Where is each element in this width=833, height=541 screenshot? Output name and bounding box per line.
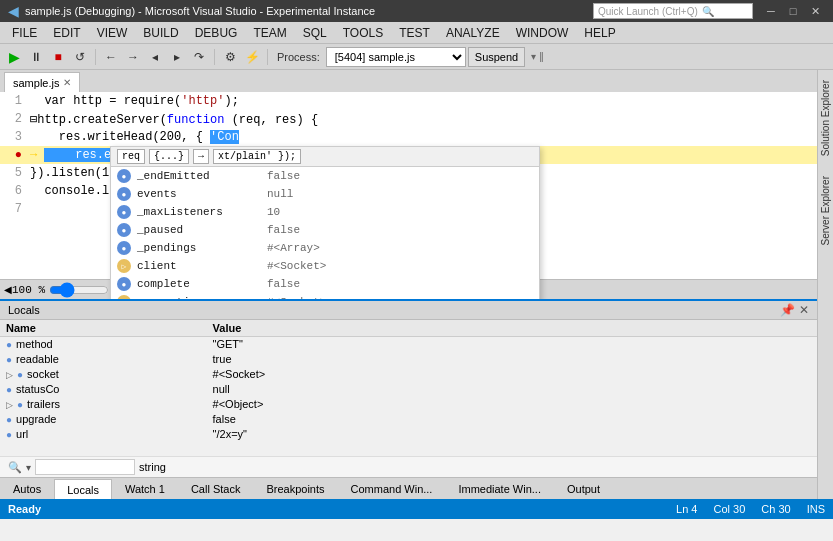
btab-locals[interactable]: Locals xyxy=(54,479,112,499)
menu-tools[interactable]: TOOLS xyxy=(335,24,391,42)
tool2-button[interactable]: ⚡ xyxy=(242,47,262,67)
btab-autos[interactable]: Autos xyxy=(0,479,54,499)
locals-title: Locals xyxy=(8,304,40,316)
ac-expand-icon: ▷ xyxy=(117,259,131,273)
menu-debug[interactable]: DEBUG xyxy=(187,24,246,42)
code-line-2: 2 ⊟http.createServer(function (req, res)… xyxy=(0,110,817,128)
ac-item-paused[interactable]: ● _paused false xyxy=(111,221,539,239)
menu-view[interactable]: VIEW xyxy=(89,24,136,42)
btab-immediatewin[interactable]: Immediate Win... xyxy=(445,479,554,499)
table-row: ●readable true xyxy=(0,352,817,367)
status-ready: Ready xyxy=(8,503,41,515)
ac-item-endEmitted[interactable]: ● _endEmitted false xyxy=(111,167,539,185)
row-icon: ● xyxy=(6,339,12,350)
editor-tab-sample-js[interactable]: sample.js ✕ xyxy=(4,72,80,92)
separator-1 xyxy=(95,49,96,65)
separator-3 xyxy=(267,49,268,65)
window-title: sample.js (Debugging) - Microsoft Visual… xyxy=(25,5,593,17)
btab-commandwin[interactable]: Command Win... xyxy=(338,479,446,499)
forward-button[interactable]: → xyxy=(123,47,143,67)
close-button[interactable]: ✕ xyxy=(805,3,825,19)
ac-item-complete[interactable]: ● complete false xyxy=(111,275,539,293)
tab-bar: sample.js ✕ xyxy=(0,70,817,92)
ac-list[interactable]: ● _endEmitted false ● events null ● _max… xyxy=(111,167,539,299)
restart-button[interactable]: ↺ xyxy=(70,47,90,67)
tab-label: sample.js xyxy=(13,77,59,89)
tool1-button[interactable]: ⚙ xyxy=(220,47,240,67)
quick-launch[interactable]: Quick Launch (Ctrl+Q) 🔍 xyxy=(593,3,753,19)
zoom-out-button[interactable]: ◀ xyxy=(4,284,12,295)
status-ch: Ch 30 xyxy=(761,503,790,515)
menu-bar: FILE EDIT VIEW BUILD DEBUG TEAM SQL TOOL… xyxy=(0,22,833,44)
sidebar-tab-solution-explorer[interactable]: Solution Explorer xyxy=(818,70,833,166)
locals-table[interactable]: Name Value ●method "GET" xyxy=(0,320,817,456)
back-button[interactable]: ← xyxy=(101,47,121,67)
ac-item-pendings[interactable]: ● _pendings #<Array> xyxy=(111,239,539,257)
expand-icon[interactable]: ▷ xyxy=(6,400,13,410)
col-value: Value xyxy=(207,320,817,337)
code-editor[interactable]: 1 var http = require('http'); 2 ⊟http.cr… xyxy=(0,92,817,299)
table-row: ●upgrade false xyxy=(0,412,817,427)
status-col: Col 30 xyxy=(714,503,746,515)
btab-watch1[interactable]: Watch 1 xyxy=(112,479,178,499)
ac-header: req {...} → xt/plain' }); xyxy=(111,147,539,167)
quick-launch-placeholder: Quick Launch (Ctrl+Q) xyxy=(598,6,698,17)
row-icon: ● xyxy=(6,354,12,365)
menu-team[interactable]: TEAM xyxy=(245,24,294,42)
row-icon: ● xyxy=(6,429,12,440)
restore-button[interactable]: □ xyxy=(783,3,803,19)
ac-expand-icon: ▷ xyxy=(117,295,131,299)
title-bar: ◀ sample.js (Debugging) - Microsoft Visu… xyxy=(0,0,833,22)
row-icon: ● xyxy=(17,369,23,380)
row-icon: ● xyxy=(6,384,12,395)
expand-icon[interactable]: ▷ xyxy=(6,370,13,380)
btab-callstack[interactable]: Call Stack xyxy=(178,479,254,499)
stop-button[interactable]: ■ xyxy=(48,47,68,67)
menu-file[interactable]: FILE xyxy=(4,24,45,42)
row-icon: ● xyxy=(6,414,12,425)
nav2-button[interactable]: ▸ xyxy=(167,47,187,67)
ac-icon: ● xyxy=(117,277,131,291)
ac-icon: ● xyxy=(117,187,131,201)
menu-build[interactable]: BUILD xyxy=(135,24,186,42)
menu-help[interactable]: HELP xyxy=(576,24,623,42)
bottom-panel: Locals 📌 ✕ Name Value xyxy=(0,299,817,499)
autocomplete-dropdown: req {...} → xt/plain' }); ● _endEmitted … xyxy=(110,146,540,299)
ac-item-maxListeners[interactable]: ● _maxListeners 10 xyxy=(111,203,539,221)
code-line-3: 3 res.writeHead(200, { 'Con xyxy=(0,128,817,146)
ac-icon: ● xyxy=(117,223,131,237)
menu-test[interactable]: TEST xyxy=(391,24,438,42)
locals-pin-button[interactable]: 📌 xyxy=(780,303,795,317)
search-bar: 🔍 ▾ string xyxy=(0,456,817,477)
ac-icon: ● xyxy=(117,241,131,255)
ac-item-events[interactable]: ● events null xyxy=(111,185,539,203)
minimize-button[interactable]: ─ xyxy=(761,3,781,19)
locals-header: Locals 📌 ✕ xyxy=(0,301,817,320)
step-over-button[interactable]: ↷ xyxy=(189,47,209,67)
nav1-button[interactable]: ◂ xyxy=(145,47,165,67)
start-button[interactable]: ▶ xyxy=(4,47,24,67)
tab-close-icon[interactable]: ✕ xyxy=(63,77,71,88)
vs-icon: ◀ xyxy=(8,3,19,19)
menu-analyze[interactable]: ANALYZE xyxy=(438,24,508,42)
locals-close-button[interactable]: ✕ xyxy=(799,303,809,317)
pause-button[interactable]: ⏸ xyxy=(26,47,46,67)
status-ins: INS xyxy=(807,503,825,515)
window-controls: ─ □ ✕ xyxy=(761,3,825,19)
menu-edit[interactable]: EDIT xyxy=(45,24,88,42)
menu-window[interactable]: WINDOW xyxy=(508,24,577,42)
ac-item-connection[interactable]: ▷ connection #<Socket> xyxy=(111,293,539,299)
menu-sql[interactable]: SQL xyxy=(295,24,335,42)
side-tabs: Solution Explorer Server Explorer xyxy=(817,70,833,499)
suspend-button[interactable]: Suspend xyxy=(468,47,525,67)
btab-breakpoints[interactable]: Breakpoints xyxy=(253,479,337,499)
table-row: ●method "GET" xyxy=(0,337,817,352)
zoom-slider[interactable] xyxy=(49,282,109,298)
btab-output[interactable]: Output xyxy=(554,479,613,499)
search-input[interactable] xyxy=(35,459,135,475)
table-row: ●statusCo null xyxy=(0,382,817,397)
process-dropdown[interactable]: [5404] sample.js xyxy=(326,47,466,67)
ac-arrow-label: → xyxy=(193,149,209,164)
ac-item-client[interactable]: ▷ client #<Socket> xyxy=(111,257,539,275)
sidebar-tab-server-explorer[interactable]: Server Explorer xyxy=(818,166,833,255)
